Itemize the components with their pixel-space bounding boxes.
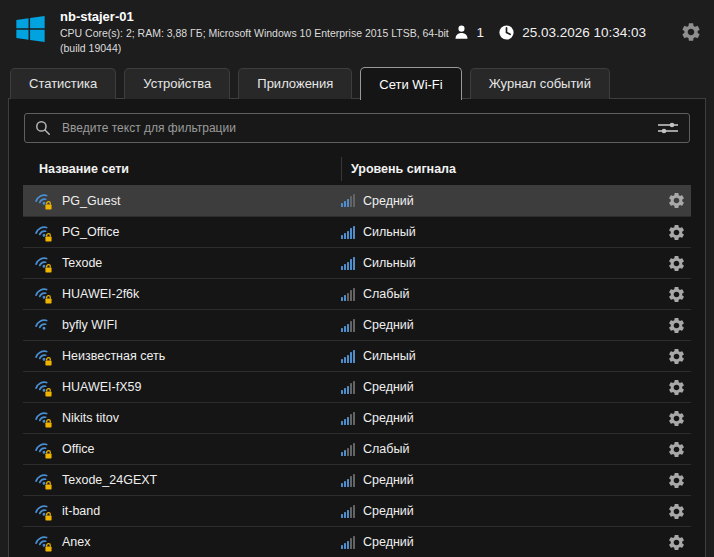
lock-icon xyxy=(44,419,53,428)
wifi-icon xyxy=(34,225,52,240)
network-settings-gear-icon[interactable] xyxy=(667,409,686,428)
network-settings-gear-icon[interactable] xyxy=(667,502,686,521)
windows-logo-icon xyxy=(12,12,49,46)
tab-label: Устройства xyxy=(143,76,211,91)
wifi-icon xyxy=(34,349,52,364)
network-settings-gear-icon[interactable] xyxy=(667,347,686,366)
signal-label: Сильный xyxy=(363,256,416,270)
network-row[interactable]: Anex Средний xyxy=(23,526,691,557)
tab-applications[interactable]: Приложения xyxy=(238,68,352,99)
signal-bars-icon xyxy=(341,194,355,207)
network-row[interactable]: Texode_24GEXT Средний xyxy=(23,464,691,495)
lock-icon xyxy=(44,357,53,366)
network-row[interactable]: it-band Средний xyxy=(23,495,691,526)
tab-statistics[interactable]: Статистика xyxy=(10,68,116,99)
network-name: HUAWEI-2f6k xyxy=(62,287,139,301)
network-name: Texode xyxy=(62,256,102,270)
app-header: nb-stajer-01 CPU Core(s): 2; RAM: 3,88 Г… xyxy=(0,0,714,62)
network-settings-gear-icon[interactable] xyxy=(667,378,686,397)
lock-icon xyxy=(44,201,53,210)
network-row[interactable]: PG_Guest Средний xyxy=(23,185,691,216)
network-settings-gear-icon[interactable] xyxy=(667,191,686,210)
signal-bars-icon xyxy=(341,443,355,456)
network-settings-gear-icon[interactable] xyxy=(667,254,686,273)
network-row[interactable]: Nikits titov Средний xyxy=(23,402,691,433)
tab-label: Статистика xyxy=(29,76,97,91)
network-settings-gear-icon[interactable] xyxy=(667,223,686,242)
signal-label: Средний xyxy=(363,380,414,394)
network-row[interactable]: Office Слабый xyxy=(23,433,691,464)
network-settings-gear-icon[interactable] xyxy=(667,285,686,304)
wifi-icon xyxy=(34,504,52,519)
network-row[interactable]: HUAWEI-2f6k Слабый xyxy=(23,278,691,309)
filter-options-icon[interactable] xyxy=(657,120,679,136)
signal-label: Сильный xyxy=(363,349,416,363)
tab-events[interactable]: Журнал событий xyxy=(470,68,610,99)
clock-icon xyxy=(498,24,515,41)
search-box xyxy=(24,113,690,143)
signal-label: Средний xyxy=(363,411,414,425)
user-count: 1 xyxy=(477,25,485,40)
signal-label: Средний xyxy=(363,504,414,518)
network-name: Office xyxy=(62,442,94,456)
network-name: byfly WIFI xyxy=(62,318,118,332)
wifi-icon xyxy=(34,256,52,271)
network-name: it-band xyxy=(62,504,100,518)
host-title: nb-stajer-01 xyxy=(60,9,458,25)
table-header: Название сети Уровень сигнала xyxy=(9,153,705,185)
tab-bar: Статистика Устройства Приложения Сети Wi… xyxy=(0,62,714,99)
network-settings-gear-icon[interactable] xyxy=(667,316,686,335)
network-name: PG_Guest xyxy=(62,194,120,208)
network-row[interactable]: HUAWEI-fX59 Средний xyxy=(23,371,691,402)
network-name: Anex xyxy=(62,535,91,549)
lock-icon xyxy=(44,264,53,273)
network-row[interactable]: PG_Office Сильный xyxy=(23,216,691,247)
search-icon xyxy=(35,120,51,136)
datetime: 25.03.2026 10:34:03 xyxy=(522,25,646,40)
lock-icon xyxy=(44,388,53,397)
wifi-icon xyxy=(34,287,52,302)
settings-gear-icon[interactable] xyxy=(680,21,702,43)
network-settings-gear-icon[interactable] xyxy=(667,471,686,490)
signal-bars-icon xyxy=(341,474,355,487)
tab-devices[interactable]: Устройства xyxy=(124,68,230,99)
signal-label: Средний xyxy=(363,473,414,487)
signal-label: Слабый xyxy=(363,442,409,456)
user-icon xyxy=(453,24,470,40)
network-row[interactable]: byfly WIFI Средний xyxy=(23,309,691,340)
network-settings-gear-icon[interactable] xyxy=(667,533,686,552)
signal-bars-icon xyxy=(341,226,355,239)
signal-bars-icon xyxy=(341,381,355,394)
lock-icon xyxy=(44,450,53,459)
tab-wifi[interactable]: Сети Wi-Fi xyxy=(360,67,461,100)
network-settings-gear-icon[interactable] xyxy=(667,440,686,459)
signal-bars-icon xyxy=(341,350,355,363)
wifi-panel: Название сети Уровень сигнала PG_Guest С… xyxy=(8,98,706,557)
filter-input[interactable] xyxy=(60,120,649,136)
signal-label: Слабый xyxy=(363,287,409,301)
tab-label: Журнал событий xyxy=(489,76,591,91)
wifi-icon xyxy=(34,193,52,208)
wifi-icon xyxy=(34,473,52,488)
network-row[interactable]: Неизвестная сеть Сильный xyxy=(23,340,691,371)
column-header-signal[interactable]: Уровень сигнала xyxy=(341,157,705,181)
lock-icon xyxy=(44,481,53,490)
column-header-name[interactable]: Название сети xyxy=(9,162,341,176)
wifi-icon xyxy=(34,380,52,395)
lock-icon xyxy=(44,512,53,521)
tab-label: Приложения xyxy=(257,76,333,91)
wifi-icon xyxy=(34,411,52,426)
signal-bars-icon xyxy=(341,288,355,301)
network-name: Неизвестная сеть xyxy=(62,349,165,363)
signal-bars-icon xyxy=(341,505,355,518)
network-name: HUAWEI-fX59 xyxy=(62,380,141,394)
search-row xyxy=(9,99,705,151)
wifi-icon xyxy=(34,318,52,333)
host-specs: CPU Core(s): 2; RAM: 3,88 ГБ; Microsoft … xyxy=(60,26,458,55)
network-row[interactable]: Texode Сильный xyxy=(23,247,691,278)
network-table-body: PG_Guest Средний PG_ xyxy=(23,185,691,557)
signal-bars-icon xyxy=(341,257,355,270)
network-name: Nikits titov xyxy=(62,411,119,425)
signal-label: Средний xyxy=(363,535,414,549)
signal-label: Средний xyxy=(363,194,414,208)
